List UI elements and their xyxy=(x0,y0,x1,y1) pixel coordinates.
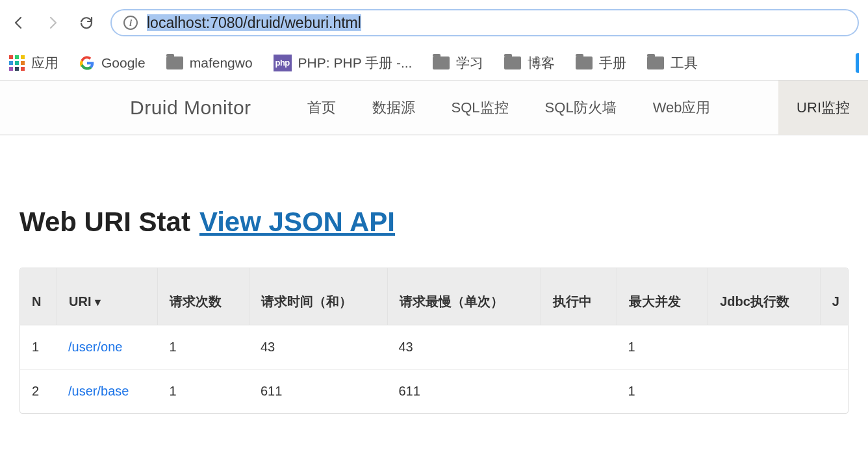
page-title-text: Web URI Stat xyxy=(19,207,190,238)
page-content: Web URI Stat View JSON API N URI▼ 请求次数 请… xyxy=(0,135,868,414)
site-info-icon[interactable]: i xyxy=(123,16,138,30)
cell-req-slowest: 43 xyxy=(387,325,541,369)
bookmark-study[interactable]: 学习 xyxy=(433,54,483,72)
bookmarks-bar: 应用 Google mafengwo php PHP: PHP 手册 -... … xyxy=(0,45,868,81)
apps-icon xyxy=(9,55,25,71)
nav-sql-monitor[interactable]: SQL监控 xyxy=(433,81,527,135)
bookmark-label: 学习 xyxy=(456,54,483,72)
sort-indicator-icon: ▼ xyxy=(92,297,103,308)
back-button[interactable] xyxy=(9,13,29,32)
cell-req-time-sum: 611 xyxy=(249,369,387,413)
address-bar[interactable]: i localhost:7080/druid/weburi.html xyxy=(110,9,859,36)
bookmark-label: PHP: PHP 手册 -... xyxy=(298,54,413,72)
col-n[interactable]: N xyxy=(20,268,57,325)
bookmark-tools[interactable]: 工具 xyxy=(647,54,698,72)
folder-icon xyxy=(576,57,593,69)
bookmark-mafengwo[interactable]: mafengwo xyxy=(166,55,253,71)
bookmark-google[interactable]: Google xyxy=(79,55,146,71)
folder-icon xyxy=(647,57,664,69)
address-bar-wrap: i localhost:7080/druid/weburi.html xyxy=(110,9,859,36)
page-title: Web URI Stat View JSON API xyxy=(19,207,849,238)
cell-running xyxy=(541,369,617,413)
view-json-api-link[interactable]: View JSON API xyxy=(199,207,395,238)
col-jdbc-exec[interactable]: Jdbc执行数 xyxy=(708,268,820,325)
folder-icon xyxy=(504,57,521,69)
col-req-slowest[interactable]: 请求最慢（单次） xyxy=(387,268,541,325)
browser-toolbar: i localhost:7080/druid/weburi.html xyxy=(0,0,868,45)
uri-stat-table: N URI▼ 请求次数 请求时间（和） 请求最慢（单次） 执行中 最大并发 Jd… xyxy=(19,268,849,414)
php-icon: php xyxy=(274,55,292,71)
cell-req-count: 1 xyxy=(157,325,249,369)
cell-jdbc-partial xyxy=(820,325,848,369)
bookmark-label: mafengwo xyxy=(190,55,253,71)
browser-chrome: i localhost:7080/druid/weburi.html 应用 Go… xyxy=(0,0,868,81)
table-header-row: N URI▼ 请求次数 请求时间（和） 请求最慢（单次） 执行中 最大并发 Jd… xyxy=(20,268,848,325)
col-uri[interactable]: URI▼ xyxy=(57,268,157,325)
nav-sql-firewall[interactable]: SQL防火墙 xyxy=(527,81,635,135)
url-text: localhost:7080/druid/weburi.html xyxy=(147,14,361,32)
col-running[interactable]: 执行中 xyxy=(541,268,617,325)
cell-uri[interactable]: /user/base xyxy=(57,369,157,413)
cell-n: 1 xyxy=(20,325,57,369)
table-body: 1/user/one1434312/user/base16116111 xyxy=(20,325,848,413)
col-max-concurrent[interactable]: 最大并发 xyxy=(617,268,708,325)
cell-jdbc-exec xyxy=(708,369,820,413)
cell-running xyxy=(541,325,617,369)
cell-n: 2 xyxy=(20,369,57,413)
brand-title[interactable]: Druid Monitor xyxy=(130,97,251,119)
bookmark-label: Google xyxy=(101,55,146,71)
bookmark-label: 工具 xyxy=(670,54,698,72)
nav-home[interactable]: 首页 xyxy=(289,81,354,135)
cell-max-concurrent: 1 xyxy=(617,325,708,369)
cell-jdbc-exec xyxy=(708,325,820,369)
folder-icon xyxy=(433,57,450,69)
table-row: 2/user/base16116111 xyxy=(20,369,848,413)
folder-icon xyxy=(166,57,183,69)
cell-req-count: 1 xyxy=(157,369,249,413)
forward-button[interactable] xyxy=(43,13,62,32)
col-req-time-sum[interactable]: 请求时间（和） xyxy=(249,268,387,325)
apps-label: 应用 xyxy=(31,54,58,72)
bookmark-php-manual[interactable]: php PHP: PHP 手册 -... xyxy=(274,54,413,72)
table-row: 1/user/one143431 xyxy=(20,325,848,369)
col-jdbc-partial[interactable]: J xyxy=(820,268,848,325)
overflow-indicator[interactable] xyxy=(856,53,859,73)
nav-uri-monitor[interactable]: URI监控 xyxy=(778,81,868,135)
cell-jdbc-partial xyxy=(820,369,848,413)
nav-datasource[interactable]: 数据源 xyxy=(354,81,433,135)
col-req-count[interactable]: 请求次数 xyxy=(157,268,249,325)
bookmark-blog[interactable]: 博客 xyxy=(504,54,555,72)
cell-uri[interactable]: /user/one xyxy=(57,325,157,369)
app-navbar: Druid Monitor 首页 数据源 SQL监控 SQL防火墙 Web应用 … xyxy=(0,81,868,135)
col-uri-label: URI xyxy=(69,294,91,308)
cell-max-concurrent: 1 xyxy=(617,369,708,413)
google-icon xyxy=(79,55,95,71)
bookmark-label: 博客 xyxy=(528,54,555,72)
reload-button[interactable] xyxy=(77,13,96,32)
apps-shortcut[interactable]: 应用 xyxy=(9,54,58,72)
cell-req-slowest: 611 xyxy=(387,369,541,413)
bookmark-manual[interactable]: 手册 xyxy=(576,54,626,72)
bookmark-label: 手册 xyxy=(599,54,626,72)
nav-web-app[interactable]: Web应用 xyxy=(635,81,729,135)
cell-req-time-sum: 43 xyxy=(249,325,387,369)
